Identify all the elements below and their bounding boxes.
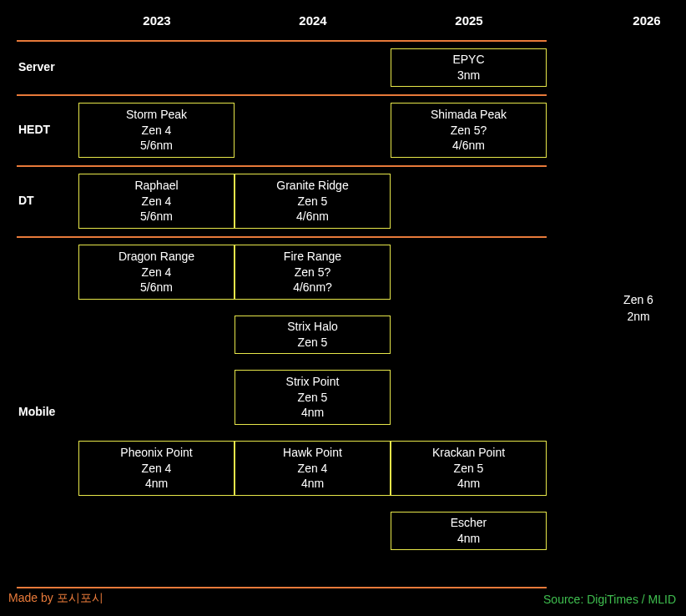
roadmap-diagram: 2023 2024 2025 2026 Server HEDT DT Mobil… (0, 0, 686, 616)
box-pheonix-point: Pheonix Point Zen 4 4nm (78, 441, 235, 496)
year-2026: 2026 (622, 13, 672, 28)
box-line: Zen 4 (142, 265, 172, 280)
box-line: Escher (451, 515, 487, 531)
box-line: EPYC (452, 52, 484, 68)
box-shimada-peak: Shimada Peak Zen 5? 4/6nm (391, 103, 547, 158)
box-line: 4/6nm (452, 138, 485, 154)
box-line: Shimada Peak (431, 107, 507, 123)
box-line: Strix Halo (287, 319, 338, 335)
year-row: 2023 2024 2025 2026 (0, 13, 686, 33)
box-line: Strix Point (286, 374, 340, 390)
box-line: Hawk Point (283, 445, 342, 461)
box-line: 4/6nm (296, 209, 329, 225)
box-line: Krackan Point (432, 445, 505, 461)
box-dragon-range: Dragon Range Zen 4 5/6nm (78, 245, 235, 300)
credit-source: Source: DigiTimes / MLID (543, 593, 676, 606)
box-line: Dragon Range (119, 249, 194, 265)
box-line: 3nm (457, 68, 480, 83)
box-line: Pheonix Point (120, 445, 192, 461)
box-line: Zen 5 (298, 194, 328, 210)
year-2025: 2025 (444, 13, 494, 28)
box-line: 4nm (457, 476, 480, 492)
box-line: Zen 4 (142, 461, 172, 477)
box-line: 4nm (145, 476, 168, 492)
future-zen6: Zen 6 2nm (601, 292, 676, 325)
box-epyc: EPYC 3nm (391, 48, 547, 87)
box-line: 4nm (457, 531, 480, 547)
category-server: Server (18, 60, 75, 73)
box-hawk-point: Hawk Point Zen 4 4nm (235, 441, 391, 496)
zen6-line: Zen 6 (601, 292, 676, 309)
box-line: Zen 5 (298, 390, 328, 406)
box-line: Zen 5? (295, 265, 331, 280)
year-2023: 2023 (132, 13, 182, 28)
box-line: Storm Peak (126, 107, 187, 123)
box-line: Zen 4 (298, 461, 328, 477)
separator (17, 236, 547, 238)
category-hedt: HEDT (18, 123, 75, 136)
box-line: 4nm (301, 405, 324, 421)
category-mobile: Mobile (18, 405, 75, 418)
separator (17, 165, 547, 167)
box-line: Fire Range (284, 249, 341, 265)
box-strix-halo: Strix Halo Zen 5 (235, 316, 391, 354)
box-line: Raphael (134, 178, 178, 194)
box-strix-point: Strix Point Zen 5 4nm (235, 370, 391, 425)
box-escher: Escher 4nm (391, 512, 547, 550)
year-2024: 2024 (288, 13, 338, 28)
box-line: Zen 5 (298, 335, 328, 351)
separator (17, 587, 547, 588)
credit-made-by: Made by 포시포시 (8, 591, 103, 606)
box-line: 4nm (301, 476, 324, 492)
category-dt: DT (18, 194, 75, 207)
box-raphael: Raphael Zen 4 5/6nm (78, 174, 235, 229)
box-storm-peak: Storm Peak Zen 4 5/6nm (78, 103, 235, 158)
box-line: Zen 4 (142, 123, 172, 139)
box-krackan-point: Krackan Point Zen 5 4nm (391, 441, 547, 496)
separator (17, 40, 547, 42)
box-fire-range: Fire Range Zen 5? 4/6nm? (235, 245, 391, 300)
box-line: 4/6nm? (293, 280, 332, 295)
box-line: 5/6nm (140, 138, 173, 154)
box-line: Zen 4 (142, 194, 172, 210)
box-line: Zen 5 (454, 461, 484, 477)
separator (17, 94, 547, 96)
box-line: Granite Ridge (276, 178, 348, 194)
box-line: 5/6nm (140, 280, 173, 295)
box-line: 5/6nm (140, 209, 173, 225)
box-line: Zen 5? (451, 123, 487, 139)
zen6-line: 2nm (601, 309, 676, 326)
box-granite-ridge: Granite Ridge Zen 5 4/6nm (235, 174, 391, 229)
